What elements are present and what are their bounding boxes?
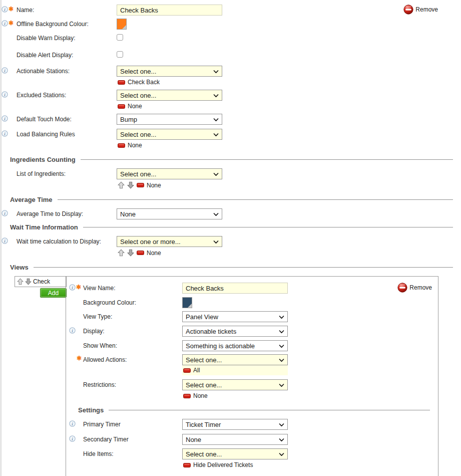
- chevron-down-icon: [213, 133, 219, 137]
- info-icon[interactable]: i: [2, 237, 8, 244]
- info-icon[interactable]: i: [2, 6, 8, 13]
- selected-item-label: Check Back: [128, 79, 160, 86]
- chevron-down-icon: [213, 241, 219, 244]
- actionable-stations-label: Actionable Stations:: [17, 66, 117, 75]
- field-row-view-background: Background Colour:: [69, 297, 438, 308]
- field-row-load-balancing: i Load Balancing Rules Select one... Non…: [2, 129, 461, 153]
- restrictions-select[interactable]: Select one...: [182, 379, 288, 390]
- views-list-item-check[interactable]: Check: [15, 276, 67, 287]
- default-touch-mode-label: Default Touch Mode:: [17, 114, 117, 123]
- field-row-default-touch-mode: i Default Touch Mode: Bump: [2, 114, 461, 125]
- info-icon[interactable]: i: [69, 327, 76, 334]
- info-icon[interactable]: i: [2, 67, 8, 74]
- view-name-label: View Name:: [83, 283, 182, 292]
- remove-item-icon[interactable]: [183, 463, 191, 467]
- chevron-down-icon: [279, 423, 284, 427]
- view-type-select[interactable]: Panel View: [182, 311, 288, 322]
- background-colour-label: Background Colour:: [83, 297, 182, 306]
- remove-station-button[interactable]: Remove: [403, 5, 438, 15]
- remove-item-icon[interactable]: [118, 143, 125, 148]
- remove-view-button[interactable]: Remove: [397, 283, 432, 293]
- offline-background-colour-swatch[interactable]: [117, 19, 127, 30]
- offline-background-colour-label: Offline Background Colour:: [17, 19, 117, 28]
- view-name-input[interactable]: [182, 283, 288, 294]
- move-down-icon[interactable]: [25, 278, 32, 285]
- average-time-select[interactable]: None: [117, 208, 222, 219]
- selected-item-row: None: [118, 181, 222, 189]
- chevron-down-icon: [279, 345, 284, 348]
- field-row-restrictions: Restrictions: Select one... None: [69, 379, 438, 403]
- remove-button-label: Remove: [415, 6, 438, 13]
- hide-items-select[interactable]: Select one...: [182, 448, 288, 459]
- section-divider: [83, 227, 453, 227]
- add-view-button[interactable]: Add: [40, 288, 67, 298]
- required-asterisk: ✱: [9, 21, 14, 26]
- wait-time-calculation-label: Wait time calculation to Display:: [17, 236, 117, 245]
- required-asterisk: ✱: [77, 356, 82, 361]
- excluded-stations-select[interactable]: Select one...: [117, 90, 222, 101]
- info-icon[interactable]: i: [2, 130, 8, 137]
- info-icon[interactable]: i: [2, 210, 8, 216]
- background-colour-swatch[interactable]: [182, 297, 192, 308]
- chevron-down-icon: [279, 384, 284, 387]
- move-down-icon[interactable]: [127, 249, 134, 257]
- field-row-allowed-actions: ✱ Allowed Actions: Select one... All: [69, 354, 438, 375]
- move-up-icon[interactable]: [17, 278, 24, 285]
- move-up-icon[interactable]: [118, 181, 125, 189]
- restrictions-label: Restrictions:: [83, 379, 182, 388]
- display-select[interactable]: Actionable tickets: [182, 326, 288, 337]
- show-when-select[interactable]: Something is actionable: [182, 340, 288, 351]
- chevron-down-icon: [213, 173, 219, 176]
- selected-item-row: None: [118, 103, 222, 110]
- show-when-label: Show When:: [83, 340, 182, 349]
- move-down-icon[interactable]: [127, 181, 134, 189]
- wait-time-calculation-select[interactable]: Select one or more...: [117, 236, 222, 247]
- disable-warn-label: Disable Warn Display:: [17, 33, 117, 42]
- info-icon[interactable]: i: [2, 20, 8, 27]
- info-icon[interactable]: i: [69, 435, 76, 442]
- selected-item-label: None: [128, 142, 142, 149]
- remove-button-label: Remove: [409, 284, 432, 291]
- allowed-actions-select[interactable]: Select one...: [182, 354, 288, 365]
- chevron-down-icon: [279, 438, 284, 442]
- secondary-timer-select[interactable]: None: [182, 434, 288, 445]
- remove-item-icon[interactable]: [118, 104, 125, 109]
- default-touch-mode-select[interactable]: Bump: [117, 114, 222, 125]
- field-row-hide-items: Hide Items: Select one... Hide Delivered…: [69, 448, 438, 472]
- info-icon[interactable]: i: [2, 91, 8, 98]
- disable-alert-label: Disable Alert Display:: [17, 50, 117, 59]
- field-row-actionable-stations: i Actionable Stations: Select one... Che…: [2, 66, 461, 90]
- section-settings: Settings: [78, 406, 430, 414]
- field-row-show-when: Show When: Something is actionable: [69, 340, 438, 351]
- field-row-wait-time-calculation: i Wait time calculation to Display: Sele…: [2, 236, 461, 261]
- move-up-icon[interactable]: [118, 249, 125, 257]
- view-detail-panel: Remove i ✱ View Name: Background Colour:: [66, 276, 438, 476]
- primary-timer-select[interactable]: Ticket Timer: [182, 419, 288, 430]
- disable-alert-checkbox[interactable]: [117, 51, 123, 58]
- primary-timer-label: Primary Timer: [83, 419, 182, 428]
- info-icon[interactable]: i: [2, 115, 8, 122]
- section-title: Average Time: [10, 196, 53, 203]
- name-input[interactable]: [117, 5, 222, 16]
- average-time-label: Average Time to Display:: [17, 208, 117, 217]
- remove-item-icon[interactable]: [137, 251, 144, 255]
- remove-item-icon[interactable]: [183, 368, 191, 373]
- secondary-timer-label: Secondary Timer: [83, 434, 182, 443]
- field-row-name: i ✱ Name:: [2, 5, 461, 16]
- remove-item-icon[interactable]: [183, 394, 191, 398]
- actionable-stations-select[interactable]: Select one...: [117, 66, 222, 77]
- info-icon[interactable]: i: [69, 284, 76, 291]
- remove-item-icon[interactable]: [137, 183, 144, 187]
- excluded-stations-label: Excluded Stations:: [17, 90, 117, 99]
- disable-warn-checkbox[interactable]: [117, 34, 123, 41]
- list-of-ingredients-select[interactable]: Select one...: [117, 168, 222, 179]
- load-balancing-select[interactable]: Select one...: [117, 129, 222, 140]
- chevron-down-icon: [279, 330, 284, 334]
- field-row-offline-background: i ✱ Offline Background Colour:: [2, 19, 461, 30]
- info-icon[interactable]: i: [69, 420, 76, 427]
- remove-circle-icon: [403, 5, 413, 15]
- chevron-down-icon: [213, 70, 219, 74]
- remove-item-icon[interactable]: [118, 80, 125, 85]
- selected-item-row: Check Back: [118, 79, 222, 86]
- hide-items-label: Hide Items:: [83, 448, 182, 457]
